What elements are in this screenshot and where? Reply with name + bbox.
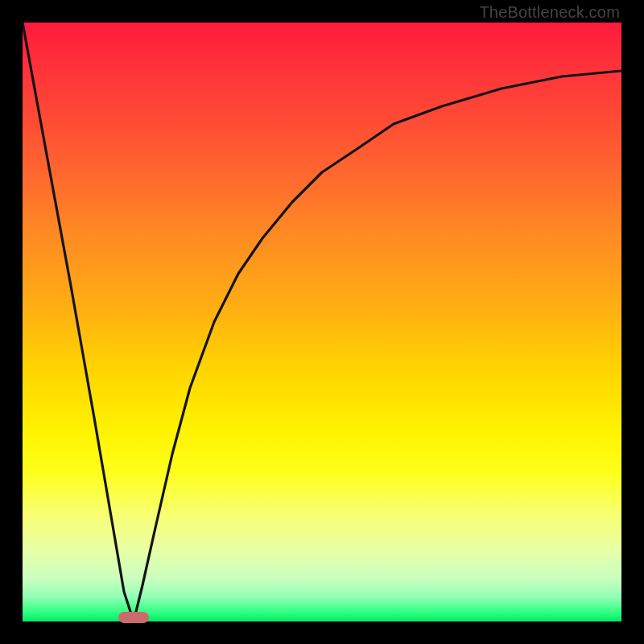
chart-frame: TheBottleneck.com: [0, 0, 644, 644]
curve-path: [23, 23, 621, 621]
plot-area: [23, 23, 621, 621]
bottleneck-curve: [23, 23, 621, 621]
watermark-text: TheBottleneck.com: [479, 3, 620, 22]
optimal-marker: [118, 612, 149, 623]
